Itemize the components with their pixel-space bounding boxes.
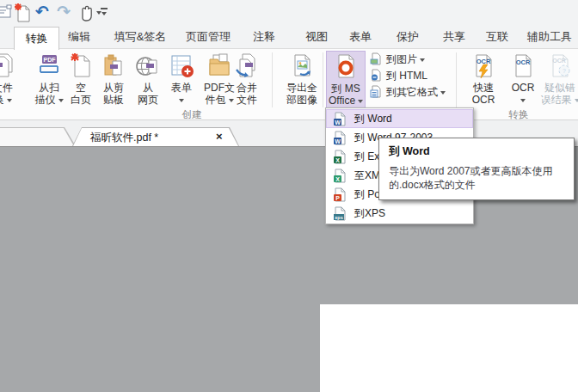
dropdown-arrow [7, 99, 12, 102]
group-label-create: 创建 [149, 108, 235, 121]
globe-icon [132, 51, 163, 82]
svg-text:W: W [335, 138, 341, 144]
dropdown-arrow [440, 91, 446, 95]
ribbon-separator [456, 52, 457, 107]
convert-file-icon [0, 51, 22, 82]
svg-text:P: P [335, 194, 340, 200]
tab-form[interactable]: 表单 [348, 25, 372, 49]
svg-text:OCR: OCR [516, 58, 531, 66]
svg-text:W: W [335, 119, 341, 125]
clipboard-icon [97, 51, 130, 82]
quick-access-toolbar: ↶ ↷ [0, 0, 578, 25]
quick-ocr-icon: OCR [464, 51, 502, 82]
foxit-window: ↶ ↷ 转换 编辑 填写&签名 页面管理 注释 视图 表单 保护 共享 互联 辅… [0, 0, 578, 392]
menu-item-to-xps[interactable]: xps 到XPS [326, 204, 473, 223]
dropdown-arrow [420, 58, 425, 62]
scanner-icon: PDF [30, 51, 68, 82]
hand-tool-icon[interactable] [77, 3, 95, 26]
document-tab-title: 福昕软件.pdf * [90, 131, 158, 145]
to-other-format-icon [370, 85, 382, 98]
tab-connect[interactable]: 互联 [485, 25, 509, 49]
svg-text:xps: xps [335, 214, 342, 219]
to-html-button[interactable]: 到 HTML [370, 68, 427, 84]
redo-icon[interactable]: ↷ [57, 3, 71, 21]
xml-file-icon: X [333, 168, 346, 183]
form-field-icon[interactable] [0, 3, 12, 25]
blank-page-icon [65, 51, 96, 82]
document-tab-stub[interactable] [0, 127, 76, 146]
ribbon-tab-bar: 转换 编辑 填写&签名 页面管理 注释 视图 表单 保护 共享 互联 辅助工具 [0, 25, 578, 49]
svg-text:X: X [335, 175, 340, 181]
tooltip-body: 导出为Word 2007或者更高版本使用 的.docx格式的文件 [389, 165, 564, 192]
combine-icon [229, 51, 265, 82]
ribbon: 文件 换 PDF 从扫 描仪 [0, 49, 578, 120]
close-tab-icon[interactable]: × [216, 130, 223, 144]
tab-share[interactable]: 共享 [442, 25, 466, 49]
from-clipboard-button[interactable]: 从剪 贴板 [97, 51, 130, 118]
tab-page-management[interactable]: 页面管理 [186, 25, 231, 49]
tab-comment[interactable]: 注释 [252, 25, 276, 49]
ms-office-icon [327, 52, 365, 83]
tooltip-title: 到 Word [389, 144, 564, 159]
to-image-button[interactable]: 到图片 [370, 52, 425, 68]
to-other-format-button[interactable]: 到其它格式 [370, 84, 446, 101]
excel-file-icon: X [333, 150, 346, 164]
group-label-convert: 转换 [476, 108, 562, 121]
dropdown-arrow [58, 99, 64, 102]
suspect-results-icon: OCR ? [538, 51, 578, 82]
ribbon-separator [323, 52, 323, 107]
to-word-tooltip: 到 Word 导出为Word 2007或者更高版本使用 的.docx格式的文件 [378, 138, 575, 200]
from-scanner-button[interactable]: PDF 从扫 描仪 [30, 51, 68, 118]
powerpoint-file-icon: P [333, 187, 346, 202]
customize-toolbar-icon[interactable] [101, 8, 108, 16]
pdf-page[interactable]: 福建福昕软件开发 化运营的 PDF 电子 式文档 OFD 标准 [320, 304, 578, 392]
ocr-icon: OCR [506, 51, 540, 82]
tab-edit[interactable]: 编辑 [67, 25, 91, 49]
dropdown-arrow [179, 99, 184, 102]
undo-icon[interactable]: ↶ [35, 3, 49, 21]
convert-file-button[interactable]: 文件 换 [0, 51, 22, 118]
new-document-icon[interactable] [13, 3, 32, 27]
xps-file-icon: xps [333, 206, 346, 221]
dropdown-arrow [520, 99, 526, 102]
tab-fill-sign[interactable]: 填写&签名 [114, 25, 167, 49]
word-file-icon: W [333, 131, 346, 145]
to-html-icon [370, 69, 382, 82]
tab-convert[interactable]: 转换 [14, 27, 59, 50]
tab-view[interactable]: 视图 [304, 25, 329, 49]
svg-text:OCR: OCR [477, 58, 491, 65]
svg-text:PDF: PDF [44, 57, 57, 63]
form-grid-icon [164, 51, 199, 82]
menu-item-to-word[interactable]: W 到 Word [326, 109, 473, 128]
blank-page-button[interactable]: 空 白页 [65, 51, 96, 118]
ribbon-separator [272, 52, 273, 107]
svg-text:X: X [335, 156, 340, 162]
export-images-icon [282, 51, 322, 82]
svg-text:OCR: OCR [552, 58, 566, 64]
tab-accessibility[interactable]: 辅助工具 [526, 25, 573, 49]
tab-protect[interactable]: 保护 [396, 25, 420, 49]
export-all-images-button[interactable]: 导出全 部图像 [282, 51, 322, 118]
word-file-icon: W [333, 112, 346, 126]
to-image-icon [370, 52, 382, 65]
dropdown-arrow [575, 99, 578, 102]
svg-text:?: ? [563, 68, 566, 74]
dropdown-arrow [358, 100, 363, 103]
